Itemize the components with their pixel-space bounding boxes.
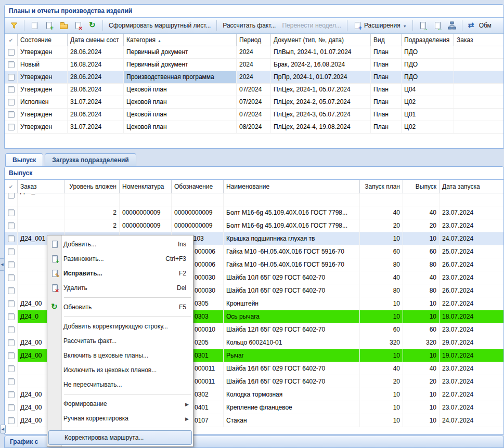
exchange-button[interactable]: Обм xyxy=(466,20,494,31)
refresh-button[interactable] xyxy=(86,20,99,31)
table-row[interactable]: Исполнен31.07.2024Цеховой план07/2024ПлЦ… xyxy=(5,96,503,109)
column-header-kind[interactable]: Вид xyxy=(371,34,402,46)
row-checkbox[interactable] xyxy=(8,287,15,294)
row-checkbox[interactable] xyxy=(8,417,15,424)
menu-item[interactable]: Исключить из цеховых планов... xyxy=(48,363,192,377)
row-checkbox[interactable] xyxy=(8,222,15,229)
tab-zagruzka-podrazdeleniy[interactable]: Загрузка подразделений xyxy=(45,153,136,166)
cell: 22.07.2024 xyxy=(440,297,503,310)
column-header-date[interactable]: Дата смены сост xyxy=(68,34,124,46)
column-header-order[interactable]: Заказ xyxy=(18,180,64,193)
delete-document-button[interactable] xyxy=(71,20,85,31)
column-header-period[interactable]: Период xyxy=(237,34,271,46)
column-header-nomenclature[interactable]: Номенклатура xyxy=(120,180,172,193)
extensions-button[interactable]: Расширения xyxy=(351,20,409,31)
table-row[interactable]: Утвержден28.06.2024Цеховой план07/2024Пл… xyxy=(5,84,503,96)
hierarchy-button[interactable] xyxy=(445,20,459,31)
import-document-button[interactable] xyxy=(431,20,444,31)
row-checkbox[interactable] xyxy=(8,235,15,242)
row-checkbox[interactable] xyxy=(8,339,15,346)
row-checkbox[interactable] xyxy=(8,209,15,216)
menu-item[interactable]: Включить в цеховые планы... xyxy=(48,348,192,363)
table-row[interactable]: Утвержден31.07.2024Цеховой план08/2024Пл… xyxy=(5,121,503,134)
menu-item[interactable]: Ручная корректировка xyxy=(48,411,192,426)
menu-item[interactable]: Добавить...Ins xyxy=(48,237,192,252)
table-row[interactable]: Новый16.08.2024Первичный документ2024Бра… xyxy=(5,59,503,71)
menu-item[interactable]: Добавить корректирующую строку... xyxy=(48,319,192,334)
column-header-state[interactable]: Состояние xyxy=(18,34,68,46)
column-header-order[interactable]: Заказ xyxy=(454,34,503,46)
menu-item[interactable]: Исправить...F2 xyxy=(48,266,192,281)
move-unfinished-button[interactable]: Перенести неодел... xyxy=(279,20,343,31)
cell: Новый xyxy=(18,59,68,71)
cell: Производственная программа xyxy=(124,71,237,83)
table-row[interactable]: Д24_ xyxy=(5,193,503,206)
filter-button[interactable] xyxy=(7,20,21,31)
row-checkbox[interactable] xyxy=(8,261,15,268)
calculate-fact-button[interactable]: Рассчитать факт... xyxy=(220,20,278,31)
cell: Утвержден xyxy=(18,46,68,58)
row-checkbox-cell xyxy=(5,193,18,206)
column-header-level[interactable]: Уровень вложен xyxy=(64,180,120,193)
row-checkbox[interactable] xyxy=(8,391,15,398)
row-checkbox[interactable] xyxy=(8,74,15,81)
table-row[interactable]: 20000000000900000000009Болт М16-6g 45.10… xyxy=(5,219,503,232)
tab-vypusk[interactable]: Выпуск xyxy=(5,153,43,166)
table-row[interactable]: 20000000000900000000009Болт М16-6g 45.10… xyxy=(5,206,503,219)
cell: ПДО xyxy=(402,46,454,58)
row-checkbox-cell xyxy=(5,414,18,427)
cell: 40 xyxy=(403,206,440,219)
cell: 19.07.2024 xyxy=(440,349,503,362)
blank-icon xyxy=(50,322,59,331)
hscroll-left-button[interactable] xyxy=(0,425,6,433)
column-header-output[interactable]: Выпуск xyxy=(403,180,440,193)
add-document-button[interactable] xyxy=(28,20,41,31)
column-header-launch-date[interactable]: Дата запуска xyxy=(440,180,503,193)
cell: 40 xyxy=(360,271,403,284)
menu-item[interactable]: ОбновитьF5 xyxy=(48,300,192,314)
column-header-category[interactable]: Категория xyxy=(124,34,237,46)
menu-item[interactable]: УдалитьDel xyxy=(48,281,192,295)
copy-document-button[interactable] xyxy=(42,20,56,31)
row-checkbox[interactable] xyxy=(8,352,15,359)
menu-item[interactable]: Не пересчитывать... xyxy=(48,377,192,392)
check-icon xyxy=(9,36,13,44)
row-checkbox[interactable] xyxy=(8,274,15,281)
table-row[interactable]: Утвержден28.06.2024Цеховой план07/2024Пл… xyxy=(5,109,503,121)
form-route-sheet-button[interactable]: Сформировать маршрутный лист... xyxy=(106,20,213,31)
row-checkbox[interactable] xyxy=(8,111,15,118)
row-checkbox[interactable] xyxy=(8,365,15,372)
column-header-select[interactable] xyxy=(5,180,18,193)
column-header-designation[interactable]: Обозначение xyxy=(172,180,224,193)
column-header-launch-plan[interactable]: Запуск план xyxy=(360,180,403,193)
row-checkbox[interactable] xyxy=(8,86,15,93)
row-checkbox[interactable] xyxy=(8,248,15,255)
column-header-division[interactable]: Подразделения xyxy=(402,34,454,46)
form-route-sheet-label: Сформировать маршрутный лист... xyxy=(109,22,211,29)
row-checkbox[interactable] xyxy=(8,193,15,199)
menu-item[interactable]: Корректировка маршрута... xyxy=(48,430,192,445)
row-checkbox[interactable] xyxy=(8,313,15,320)
open-document-button[interactable] xyxy=(57,20,70,31)
menu-item[interactable]: Рассчитать факт... xyxy=(48,334,192,348)
row-checkbox[interactable] xyxy=(8,124,15,130)
sidebar-collapse-handle[interactable] xyxy=(0,258,5,271)
column-header-name[interactable]: Наименование xyxy=(224,180,360,193)
table-row[interactable]: Утвержден28.06.2024Производственная прог… xyxy=(5,71,503,84)
row-checkbox[interactable] xyxy=(8,300,15,307)
row-checkbox[interactable] xyxy=(8,326,15,333)
row-checkbox[interactable] xyxy=(8,378,15,385)
cell: 16.08.2024 xyxy=(68,59,124,71)
row-checkbox-cell xyxy=(5,84,18,96)
menu-item[interactable]: Формирование xyxy=(48,397,192,411)
column-header-document[interactable]: Документ (тип, №, дата) xyxy=(271,34,371,46)
table-row[interactable]: Утвержден28.06.2024Первичный документ202… xyxy=(5,46,503,59)
row-checkbox[interactable] xyxy=(8,404,15,411)
column-header-select[interactable] xyxy=(5,34,18,46)
row-checkbox[interactable] xyxy=(8,61,15,68)
cell: 18.07.2024 xyxy=(440,310,503,323)
menu-item[interactable]: Размножить...Ctrl+F3 xyxy=(48,252,192,266)
export-document-button[interactable] xyxy=(416,20,430,31)
row-checkbox[interactable] xyxy=(8,99,15,106)
row-checkbox[interactable] xyxy=(8,49,15,56)
